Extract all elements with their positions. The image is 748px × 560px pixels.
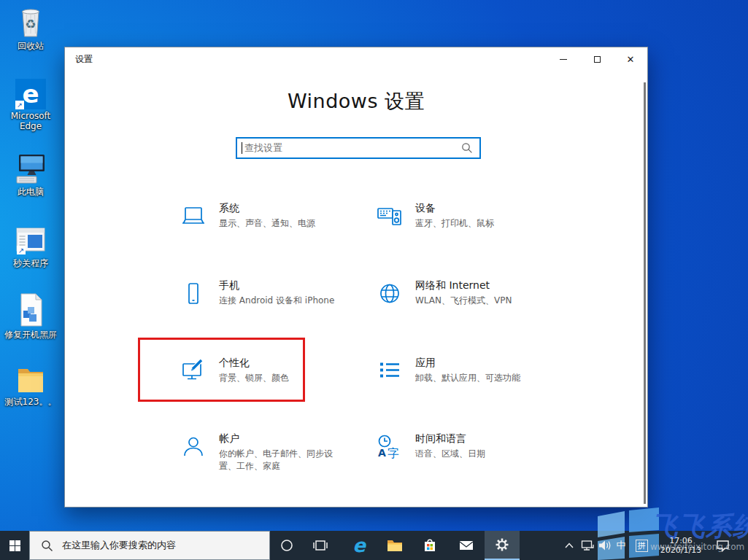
category-subtitle: 蓝牙、打印机、鼠标 bbox=[415, 217, 494, 230]
taskbar-edge-button[interactable]: e bbox=[342, 531, 377, 560]
category-system[interactable]: 系统 显示、声音、通知、电源 bbox=[180, 202, 315, 230]
category-title: 应用 bbox=[415, 357, 520, 370]
category-time-language[interactable]: A 字 时间和语言 语音、区域、日期 bbox=[377, 432, 485, 460]
desktop-icon-recycle-bin[interactable]: ♻ 回收站 bbox=[1, 4, 60, 51]
maximize-icon bbox=[594, 56, 601, 63]
edge-icon: e bbox=[352, 534, 366, 556]
window-scrollbar[interactable] bbox=[644, 82, 646, 504]
svg-text:♻: ♻ bbox=[25, 17, 36, 31]
computer-icon bbox=[14, 152, 47, 185]
ime-mode-label: 拼 bbox=[636, 540, 648, 552]
apps-list-icon bbox=[377, 358, 403, 384]
tray-volume-button[interactable] bbox=[596, 531, 614, 560]
cortana-button[interactable] bbox=[271, 531, 302, 560]
category-apps[interactable]: 应用 卸载、默认应用、可选功能 bbox=[377, 357, 520, 384]
minimize-icon bbox=[560, 59, 567, 60]
settings-search-input[interactable]: 查找设置 bbox=[236, 137, 481, 159]
desktop-icon-quick-close-app[interactable]: ↗ 秒关程序 bbox=[1, 223, 60, 268]
search-icon bbox=[41, 540, 53, 552]
svg-text:↗: ↗ bbox=[18, 246, 24, 254]
edge-icon: e ↗ bbox=[15, 79, 46, 109]
maximize-button[interactable] bbox=[580, 47, 614, 71]
close-icon: ✕ bbox=[627, 54, 635, 65]
svg-text:A: A bbox=[378, 447, 386, 459]
chevron-up-icon bbox=[565, 542, 574, 548]
desktop: ♻ 回收站 e ↗ Microsoft Edge 此电脑 ↗ 秒关 bbox=[0, 0, 748, 560]
desktop-icon-label: 秒关程序 bbox=[13, 258, 48, 268]
category-subtitle: 卸载、默认应用、可选功能 bbox=[415, 372, 520, 384]
category-subtitle: 你的帐户、电子邮件、同步设置、工作、家庭 bbox=[219, 448, 347, 472]
app-window-icon: ↗ bbox=[14, 223, 47, 257]
desktop-icon-fix-black-screen[interactable]: 修复开机黑屏 bbox=[1, 292, 60, 340]
tray-ime-mode[interactable]: 拼 bbox=[632, 531, 651, 560]
category-subtitle: 语音、区域、日期 bbox=[415, 448, 485, 460]
category-title: 手机 bbox=[219, 279, 334, 292]
tray-chevron-up[interactable] bbox=[560, 531, 578, 560]
category-network[interactable]: 网络和 Internet WLAN、飞行模式、VPN bbox=[377, 279, 512, 307]
search-icon bbox=[461, 142, 473, 154]
page-title: Windows 设置 bbox=[65, 88, 647, 114]
category-title: 个性化 bbox=[219, 357, 289, 370]
system-laptop-icon bbox=[180, 203, 207, 230]
tray-time: 17:06 bbox=[669, 536, 693, 545]
taskbar-explorer-button[interactable] bbox=[378, 531, 412, 560]
recycle-bin-icon: ♻ bbox=[14, 4, 47, 39]
folder-icon bbox=[14, 363, 47, 395]
category-devices[interactable]: 设备 蓝牙、打印机、鼠标 bbox=[377, 202, 494, 230]
tray-date: 2020/1/13 bbox=[660, 545, 701, 555]
category-title: 设备 bbox=[415, 202, 494, 215]
category-personalization[interactable]: 个性化 背景、锁屏、颜色 bbox=[180, 357, 289, 384]
registry-file-icon bbox=[14, 292, 47, 328]
desktop-icon-label: Microsoft Edge bbox=[2, 111, 59, 131]
tray-clock[interactable]: 17:06 2020/1/13 bbox=[655, 531, 706, 560]
task-view-icon bbox=[313, 539, 328, 552]
phone-icon bbox=[180, 281, 207, 307]
tray-ime-language[interactable]: 中 bbox=[613, 531, 629, 560]
action-center-button[interactable] bbox=[711, 531, 734, 560]
cortana-circle-icon bbox=[280, 539, 293, 552]
category-subtitle: 背景、锁屏、颜色 bbox=[219, 372, 289, 384]
taskbar-mail-button[interactable] bbox=[450, 531, 483, 560]
category-title: 时间和语言 bbox=[415, 432, 485, 446]
desktop-icon-this-pc[interactable]: 此电脑 bbox=[1, 152, 60, 197]
folder-icon bbox=[387, 539, 403, 552]
titlebar: 设置 ✕ bbox=[65, 47, 647, 71]
settings-window: 设置 ✕ Windows 设置 查找设置 系统 显示、声 bbox=[64, 47, 648, 508]
desktop-icon-label: 测试123。。 bbox=[5, 397, 57, 407]
personalization-icon bbox=[180, 358, 207, 384]
notification-bubble-icon bbox=[716, 540, 730, 552]
close-button[interactable]: ✕ bbox=[614, 47, 647, 71]
taskbar-search-input[interactable]: 在这里输入你要搜索的内容 bbox=[29, 531, 270, 560]
window-title: 设置 bbox=[75, 53, 93, 66]
tray-network-button[interactable] bbox=[579, 531, 596, 560]
desktop-icon-microsoft-edge[interactable]: e ↗ Microsoft Edge bbox=[1, 79, 60, 131]
taskbar-settings-button[interactable] bbox=[485, 531, 520, 560]
accounts-person-icon bbox=[180, 434, 207, 460]
svg-text:字: 字 bbox=[388, 446, 399, 460]
search-placeholder: 查找设置 bbox=[244, 141, 282, 155]
shortcut-arrow-icon: ↗ bbox=[15, 101, 24, 109]
time-language-icon: A 字 bbox=[377, 434, 403, 460]
minimize-button[interactable] bbox=[547, 47, 580, 71]
category-accounts[interactable]: 帐户 你的帐户、电子邮件、同步设置、工作、家庭 bbox=[180, 432, 347, 472]
category-phone[interactable]: 手机 连接 Android 设备和 iPhone bbox=[180, 279, 334, 307]
taskbar-store-button[interactable] bbox=[413, 531, 447, 560]
devices-icon bbox=[377, 203, 403, 230]
category-subtitle: 显示、声音、通知、电源 bbox=[219, 217, 315, 230]
category-title: 系统 bbox=[219, 202, 315, 215]
taskbar: 在这里输入你要搜索的内容 e bbox=[0, 531, 748, 560]
task-view-button[interactable] bbox=[304, 531, 337, 560]
gear-icon bbox=[495, 537, 509, 552]
category-subtitle: WLAN、飞行模式、VPN bbox=[415, 295, 512, 307]
desktop-icon-label: 修复开机黑屏 bbox=[4, 330, 57, 340]
desktop-icon-test-folder[interactable]: 测试123。。 bbox=[1, 363, 60, 407]
start-button[interactable] bbox=[0, 531, 29, 560]
mail-envelope-icon bbox=[459, 540, 474, 551]
ime-language-label: 中 bbox=[617, 539, 626, 552]
category-subtitle: 连接 Android 设备和 iPhone bbox=[219, 295, 334, 307]
category-title: 帐户 bbox=[219, 432, 347, 446]
category-title: 网络和 Internet bbox=[415, 279, 512, 292]
desktop-icon-label: 此电脑 bbox=[18, 187, 44, 197]
taskbar-search-placeholder: 在这里输入你要搜索的内容 bbox=[62, 539, 176, 552]
network-globe-icon bbox=[377, 281, 403, 307]
